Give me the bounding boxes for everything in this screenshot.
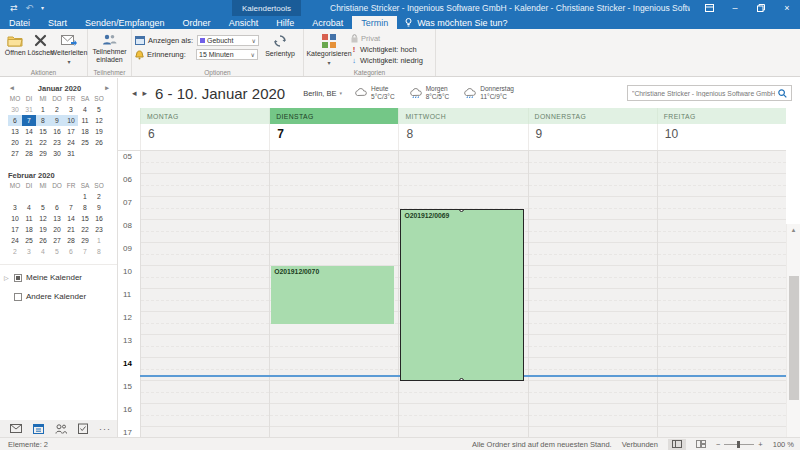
date-number-donnerstag[interactable]: 9 bbox=[528, 124, 657, 150]
mini-calendar-date[interactable]: 13 bbox=[8, 126, 22, 137]
mini-calendar-date[interactable]: 5 bbox=[92, 104, 106, 115]
categorize-button[interactable]: Kategorisieren ▾ bbox=[307, 31, 351, 66]
date-number-dienstag[interactable]: 7 bbox=[269, 124, 398, 150]
mini-calendar-date[interactable]: 8 bbox=[78, 202, 92, 213]
tab-acrobat[interactable]: Acrobat bbox=[303, 16, 352, 29]
invite-attendees-button[interactable]: Teilnehmer einladen bbox=[91, 31, 128, 66]
day-header-montag[interactable]: MONTAG bbox=[140, 108, 269, 124]
mini-calendar-date[interactable]: 20 bbox=[50, 224, 64, 235]
mini-calendar-date[interactable]: 10 bbox=[8, 213, 22, 224]
time-slot[interactable] bbox=[658, 312, 786, 335]
time-slot[interactable] bbox=[658, 197, 786, 220]
time-slot[interactable] bbox=[141, 266, 269, 289]
mini-calendar-date[interactable]: 30 bbox=[50, 148, 64, 159]
importance-high-button[interactable]: ! Wichtigkeit: hoch bbox=[351, 45, 423, 54]
mini-calendar-date[interactable]: 8 bbox=[92, 246, 106, 257]
mini-calendar-date[interactable]: 10 bbox=[64, 115, 78, 126]
date-number-mittwoch[interactable]: 8 bbox=[398, 124, 527, 150]
mini-calendar-date[interactable]: 2 bbox=[92, 191, 106, 202]
time-slot[interactable] bbox=[270, 174, 398, 197]
show-as-select[interactable]: Gebucht ∨ bbox=[197, 35, 259, 46]
time-slot[interactable] bbox=[141, 427, 269, 437]
mini-calendar-date[interactable]: 21 bbox=[64, 224, 78, 235]
next-week-icon[interactable]: ▸ bbox=[143, 88, 148, 98]
mini-calendar-date[interactable]: 16 bbox=[50, 126, 64, 137]
time-slot[interactable] bbox=[658, 427, 786, 437]
send-receive-icon[interactable]: ⇄ bbox=[10, 4, 18, 13]
time-slot[interactable] bbox=[141, 312, 269, 335]
vertical-scrollbar[interactable]: ▴ ▾ bbox=[786, 224, 800, 437]
mini-calendar-date[interactable]: 15 bbox=[78, 213, 92, 224]
time-slot[interactable] bbox=[529, 335, 657, 358]
mini-calendar-date[interactable]: 18 bbox=[22, 224, 36, 235]
mini-calendar-date[interactable]: 3 bbox=[64, 104, 78, 115]
forward-button[interactable]: Weiterleiten ▾ bbox=[54, 31, 84, 66]
mini-calendar-date[interactable]: 1 bbox=[78, 191, 92, 202]
date-number-montag[interactable]: 6 bbox=[140, 124, 269, 150]
mini-calendar-date[interactable]: 23 bbox=[92, 224, 106, 235]
time-slot[interactable] bbox=[270, 197, 398, 220]
tab-hilfe[interactable]: Hilfe bbox=[267, 16, 303, 29]
mini-calendar-date[interactable]: 4 bbox=[36, 246, 50, 257]
time-slot[interactable] bbox=[270, 358, 398, 381]
time-slot[interactable] bbox=[658, 404, 786, 427]
private-button[interactable]: Privat bbox=[351, 34, 423, 43]
zoom-slider[interactable] bbox=[724, 444, 754, 445]
mini-calendar-date[interactable]: 4 bbox=[22, 202, 36, 213]
mini-calendar-date[interactable]: 14 bbox=[64, 213, 78, 224]
time-slot[interactable] bbox=[141, 243, 269, 266]
time-slot[interactable] bbox=[399, 427, 527, 437]
time-slot[interactable] bbox=[270, 381, 398, 404]
mini-calendar-date[interactable]: 15 bbox=[36, 126, 50, 137]
mini-calendar-date[interactable]: 6 bbox=[64, 246, 78, 257]
my-calendars-checkbox[interactable] bbox=[14, 274, 22, 282]
time-slot[interactable] bbox=[529, 197, 657, 220]
time-slot[interactable] bbox=[270, 151, 398, 174]
time-slot[interactable] bbox=[658, 358, 786, 381]
mini-calendar-date[interactable]: 30 bbox=[8, 104, 22, 115]
time-slot[interactable] bbox=[658, 243, 786, 266]
calendar-icon[interactable] bbox=[33, 423, 44, 434]
time-slot[interactable] bbox=[141, 289, 269, 312]
mini-calendar-date[interactable]: 31 bbox=[22, 104, 36, 115]
qat-dropdown-icon[interactable]: ▾ bbox=[41, 5, 44, 11]
tab-datei[interactable]: Datei bbox=[0, 16, 39, 29]
time-slot[interactable] bbox=[529, 289, 657, 312]
mini-calendar-date[interactable]: 1 bbox=[92, 235, 106, 246]
time-slot[interactable] bbox=[658, 266, 786, 289]
resize-handle-bottom[interactable] bbox=[459, 378, 464, 381]
ribbon-display-options-icon[interactable] bbox=[696, 0, 722, 16]
time-slot[interactable] bbox=[270, 220, 398, 243]
mini-calendar-date[interactable]: 17 bbox=[8, 224, 22, 235]
appointment[interactable]: O201912/0069 bbox=[400, 209, 523, 382]
zoom-slider-thumb[interactable] bbox=[737, 441, 740, 448]
mini-calendar-date[interactable]: 4 bbox=[78, 104, 92, 115]
mini-calendar-date[interactable]: 14 bbox=[22, 126, 36, 137]
mini-calendar-date[interactable]: 8 bbox=[36, 115, 50, 126]
mini-calendar-date[interactable]: 21 bbox=[22, 137, 36, 148]
mini-calendar-date[interactable]: 25 bbox=[78, 137, 92, 148]
zoom-out-icon[interactable]: − bbox=[716, 440, 720, 449]
other-calendars-checkbox[interactable] bbox=[14, 293, 22, 301]
minimize-button[interactable]: – bbox=[722, 0, 748, 16]
time-slot[interactable] bbox=[529, 427, 657, 437]
weather-item[interactable]: Heute5°C/3°C bbox=[354, 85, 395, 101]
mini-calendar-date[interactable]: 25 bbox=[22, 235, 36, 246]
time-slot[interactable] bbox=[399, 151, 527, 174]
mini-calendar-date[interactable]: 20 bbox=[8, 137, 22, 148]
day-header-donnerstag[interactable]: DONNERSTAG bbox=[528, 108, 657, 124]
time-slot[interactable] bbox=[529, 381, 657, 404]
scrollbar-thumb[interactable] bbox=[789, 276, 799, 400]
day-header-mittwoch[interactable]: MITTWOCH bbox=[398, 108, 527, 124]
time-slot[interactable] bbox=[658, 381, 786, 404]
mini-calendar-date[interactable]: 7 bbox=[64, 202, 78, 213]
time-slot[interactable] bbox=[141, 220, 269, 243]
mini-calendar-date[interactable]: 11 bbox=[22, 213, 36, 224]
mini-calendar-date[interactable]: 24 bbox=[64, 137, 78, 148]
mini-calendar-date[interactable]: 19 bbox=[36, 224, 50, 235]
previous-month-icon[interactable]: ◂ bbox=[8, 84, 16, 92]
time-slot[interactable] bbox=[529, 174, 657, 197]
mini-calendar-date[interactable]: 1 bbox=[36, 104, 50, 115]
tab-senden/empfangen[interactable]: Senden/Empfangen bbox=[76, 16, 174, 29]
reminder-select[interactable]: 15 Minuten ∨ bbox=[196, 49, 258, 60]
